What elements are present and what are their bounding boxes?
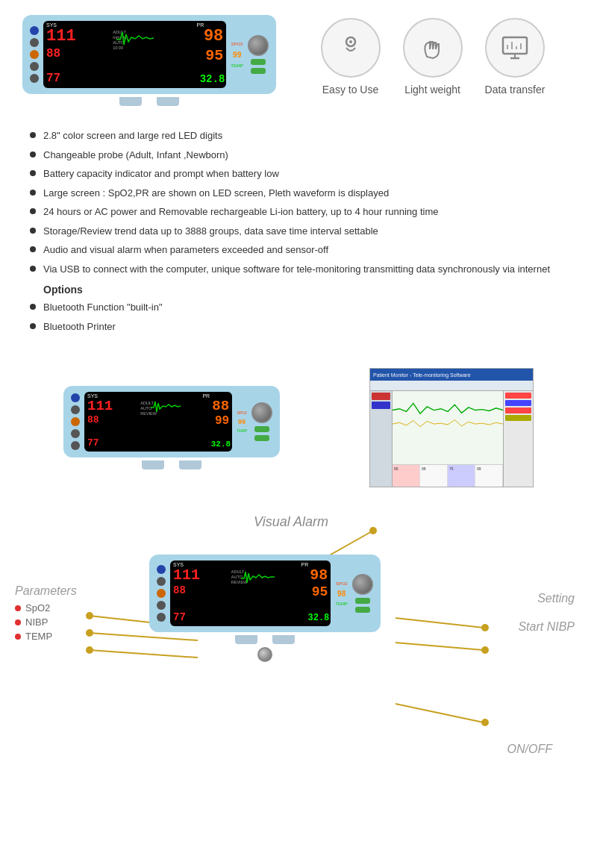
diagram-section: Visual Alarm Parameters SpO2 NIB — [0, 502, 597, 771]
num-111-bot: 111 — [173, 566, 200, 584]
spec-text-0: 2.8" color screen and large red LED digi… — [43, 128, 222, 143]
stand-leg-bot-l — [235, 635, 257, 644]
option-item-1: Bluetooth Printer — [30, 319, 567, 334]
svg-point-15 — [86, 646, 93, 654]
sw-titlebar: Patient Monitor - Tele-monitoring Softwa… — [370, 369, 533, 381]
spec-text-6: Audio and visual alarm when parameters e… — [43, 243, 328, 257]
stand-leg-left — [119, 97, 142, 106]
sw-main-area: 86 98 75 99 — [393, 391, 503, 487]
spo2-label: SPO2 — [231, 42, 243, 46]
num-95-mid: 99 — [215, 414, 229, 428]
ctrl-dot-2 — [30, 38, 39, 47]
device-image-middle: SYS PR 111 88 77 88 99 32.8 ADULTAUTOREV… — [63, 386, 280, 469]
ctrl-b-2 — [157, 577, 166, 586]
svg-line-18 — [396, 618, 484, 628]
onoff-label: ON/OFF — [507, 743, 552, 756]
svg-point-19 — [481, 646, 489, 654]
stand-leg-bot-r — [272, 635, 295, 644]
monitor-stand-top — [22, 97, 276, 106]
spec-item-4: 24 hours or AC power and Removable recha… — [30, 204, 567, 219]
left-controls-bot — [157, 565, 166, 622]
param-label-nibp: NIBP — [25, 616, 48, 628]
monitor-screen-top: SYS PR 111 88 77 98 95 32.8 ADULTmm HgAU… — [43, 21, 226, 88]
monitor-screen-mid: SYS PR 111 88 77 88 99 32.8 ADULTAUTOREV… — [84, 392, 232, 452]
svg-line-20 — [396, 643, 484, 650]
sw-table-cell-1: 86 — [393, 465, 420, 487]
spec-item-5: Storage/Review trend data up to 3888 gro… — [30, 224, 567, 239]
software-screenshot: Patient Monitor - Tele-monitoring Softwa… — [369, 368, 534, 487]
svg-point-1 — [349, 40, 352, 43]
sw-content: 86 98 75 99 — [370, 391, 533, 487]
spec-item-0: 2.8" color screen and large red LED digi… — [30, 128, 567, 143]
option-text-1: Bluetooth Printer — [43, 319, 116, 334]
spec-item-3: Large screen : SpO2,PR are shown on LED … — [30, 186, 567, 201]
spec-item-2: Battery capacity indicator and prompt wh… — [30, 166, 567, 181]
data-transfer-icon-circle — [485, 18, 545, 78]
btn-green-bot-1 — [355, 598, 370, 604]
num-98-mid: 88 — [212, 398, 229, 414]
temp-label-mid: TEMP — [237, 428, 247, 433]
sw-sidebar-item-2 — [372, 402, 390, 409]
spo2-label-mid: SPO2 — [237, 410, 246, 415]
setting-section: Setting Start NIBP — [518, 592, 575, 634]
ctrl-m-5 — [71, 441, 80, 450]
left-controls-mid — [71, 393, 80, 450]
ctrl-b-1 — [157, 565, 166, 574]
sw-chart-svg — [393, 395, 503, 436]
touch-icon — [334, 31, 367, 64]
start-nibp-label: Start NIBP — [518, 620, 575, 634]
svg-point-9 — [369, 527, 377, 534]
num-328-mid: 32.8 — [211, 440, 231, 449]
right-controls — [248, 35, 269, 74]
param-temp: TEMP — [15, 631, 77, 642]
ctrl-m-4 — [71, 429, 80, 438]
stand-leg-right — [157, 97, 179, 106]
opt-bullet-0 — [30, 304, 36, 310]
monitor-device-top: SYS PR 111 88 77 98 95 32.8 ADULTmm HgAU… — [22, 15, 276, 94]
param-dot-spo2 — [15, 605, 21, 611]
ctrl-m-2 — [71, 405, 80, 414]
num-95-bot: 95 — [312, 584, 328, 599]
main-dial-mid — [251, 402, 272, 423]
light-weight-label: Light weight — [404, 84, 460, 96]
param-dot-nibp — [15, 619, 21, 625]
right-info-mid: SPO2 99 TEMP — [237, 410, 247, 433]
num-95: 95 — [205, 47, 223, 64]
spec-text-5: Storage/Review trend data up to 3888 gro… — [43, 224, 378, 239]
opt-bullet-1 — [30, 323, 36, 329]
num-88-bot: 88 — [173, 584, 186, 596]
pr-label-bot: PR — [301, 562, 309, 567]
svg-point-11 — [86, 612, 93, 619]
features-right: Easy to Use Light weight — [291, 18, 575, 103]
onoff-button-area — [149, 647, 381, 662]
sw-table-cell-4: 99 — [475, 465, 503, 487]
sw-right-item-4 — [505, 415, 531, 421]
num-111-mid: 111 — [87, 398, 113, 414]
btn-green-mid-1 — [254, 426, 269, 432]
monitor-stand-bot — [149, 635, 381, 644]
sw-right-panel — [503, 391, 533, 487]
device-image-bottom: SYS PR 111 88 77 98 95 32.8 ADULTAUTOREV… — [149, 555, 381, 662]
pr-label: PR — [197, 22, 204, 28]
num-88: 88 — [46, 47, 60, 60]
sw-right-item-3 — [505, 408, 531, 413]
ctrl-b-4 — [157, 601, 166, 610]
sw-table-cell-2: 98 — [420, 465, 448, 487]
feature-easy-to-use: Easy to Use — [321, 18, 381, 96]
num-88-mid: 88 — [87, 414, 99, 425]
param-label-temp: TEMP — [25, 631, 52, 642]
spo2-val-bot: 98 — [337, 590, 346, 598]
ctrl-m-1 — [71, 393, 80, 402]
bullet-5 — [30, 228, 36, 234]
bullet-2 — [30, 170, 36, 176]
left-controls — [30, 26, 39, 83]
temp-label: TEMP — [231, 63, 243, 68]
svg-line-22 — [396, 704, 484, 722]
monitor-stand-mid — [63, 460, 280, 469]
easy-to-use-icon-circle — [321, 18, 381, 78]
right-info-panel: SPO2 99 TEMP — [231, 42, 243, 68]
sw-bottom-table: 86 98 75 99 — [393, 464, 503, 487]
parameters-section: Parameters SpO2 NIBP TEMP — [15, 584, 77, 645]
num-328-bot: 32.8 — [308, 613, 330, 623]
top-section: SYS PR 111 88 77 98 95 32.8 ADULTmm HgAU… — [0, 0, 597, 113]
